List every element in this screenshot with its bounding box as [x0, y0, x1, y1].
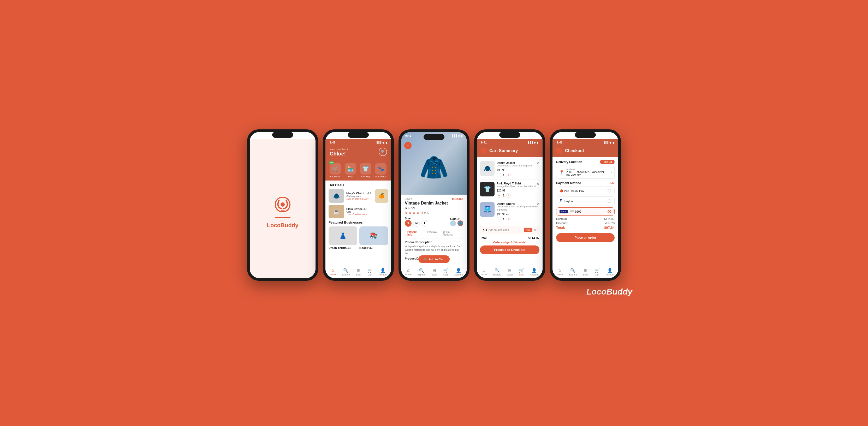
nav-scan-2[interactable]: ⊞ Scan: [356, 268, 362, 276]
qty-minus-3[interactable]: −: [497, 217, 501, 222]
category-retail[interactable]: 🏪 Retail: [344, 163, 357, 178]
status-time-5: 9:41: [557, 141, 562, 144]
remove-item-2[interactable]: ✕: [536, 182, 539, 186]
nav-home-4[interactable]: ⌂ Home: [481, 268, 487, 276]
nav-home-label-4: Home: [481, 273, 487, 276]
search-button[interactable]: 🔍: [379, 148, 387, 156]
nav-account-3[interactable]: 👤 Account: [454, 268, 463, 276]
payment-label-text: Payment Method: [556, 181, 581, 185]
coupon-input[interactable]: [489, 229, 522, 231]
nav-scan-3[interactable]: ⊞ Scan: [432, 268, 437, 276]
featured-card-1[interactable]: 👗 Urban Thrifts 4.6: [329, 226, 357, 250]
nav-account-5[interactable]: 👤 Account: [606, 268, 614, 276]
nav-cart-4[interactable]: 🛒 Cart: [519, 268, 524, 276]
dynamic-island-1: [272, 132, 293, 138]
applepay-radio[interactable]: [608, 189, 611, 193]
remove-item-3[interactable]: ✕: [536, 202, 539, 206]
add-to-cart-button[interactable]: 🛒 Add to Cart: [418, 255, 450, 263]
pickup-badge[interactable]: Pick up: [600, 160, 615, 164]
featured-img-2: 📚: [359, 226, 388, 245]
category-clothing[interactable]: 👕 Clothing: [359, 163, 372, 178]
size-option-row: Size S M L Colour: [405, 217, 463, 227]
back-button-3[interactable]: ←: [404, 142, 411, 149]
nav-explore-3[interactable]: 🔍 Explore: [417, 268, 426, 276]
status-icons-2: ▐▐▐ ◈ ▮: [376, 141, 387, 144]
nav-home-2[interactable]: ⌂ Home: [330, 268, 336, 276]
cart-item-name-3: Denim Shorts: [497, 202, 539, 205]
qty-minus-2[interactable]: −: [497, 193, 501, 198]
page-wrapper: LocoBuddy 9:41 ▐▐▐ ◈ ▮ Welcome bac: [225, 129, 643, 297]
deal-card-2[interactable]: ☕ Flow Coffee 4.3 Cafe 20% off select it…: [329, 205, 388, 218]
remove-coupon[interactable]: ✕: [534, 228, 536, 232]
qty-plus-2[interactable]: +: [506, 193, 511, 198]
size-l[interactable]: L: [422, 220, 428, 227]
cart-item-3: 🩳 Denim Shorts Denim shorts with colorfu…: [480, 200, 539, 224]
explore-icon-3: 🔍: [419, 268, 424, 273]
nav-cart-3[interactable]: 🛒 Cart: [443, 268, 448, 276]
qty-plus-3[interactable]: +: [506, 217, 511, 222]
size-s[interactable]: S: [405, 220, 411, 227]
category-groceries[interactable]: New 🛒 Groceries: [329, 163, 342, 178]
visa-radio[interactable]: [608, 210, 611, 214]
star-2: ★: [409, 211, 411, 215]
payment-visa[interactable]: VISA **** 9202: [556, 207, 615, 216]
account-icon-2: 👤: [380, 268, 385, 273]
nav-explore-2[interactable]: 🔍 Explore: [342, 268, 350, 276]
nav-home-3[interactable]: ⌂ Home: [405, 268, 411, 276]
nav-cart-2[interactable]: 🛒 Cart: [368, 268, 373, 276]
subtotal-value: $114.87: [604, 217, 615, 221]
cart-item-1: 🧥 Denim Jacket Vintage Levi's unisex den…: [480, 159, 539, 180]
cart-icon-3: 🛒: [443, 268, 448, 273]
featured-card-2[interactable]: 📚 Book Ha...: [359, 226, 388, 250]
size-section: Size S M L: [405, 217, 428, 227]
paypal-radio[interactable]: [608, 199, 611, 203]
nav-scan-label-3: Scan: [432, 273, 437, 276]
checkout-button[interactable]: Proceed to Checkout: [480, 245, 539, 254]
discount-value: -$17.23: [605, 222, 615, 225]
color-dark-blue[interactable]: [458, 221, 463, 226]
color-light-blue[interactable]: [450, 221, 456, 226]
tab-similar[interactable]: Similar Products: [440, 229, 463, 238]
nav-home-5[interactable]: ⌂ Home: [557, 268, 563, 276]
tab-product-info[interactable]: Product Info: [405, 229, 425, 238]
desc-text: Vintage denim jackets, a staple for any …: [405, 245, 463, 255]
back-button-5[interactable]: ←: [556, 148, 562, 154]
status-bar-5: 9:41 ▐▐▐ ◈ ▮: [553, 139, 618, 145]
visa-name: **** 9202: [570, 210, 606, 213]
featured-grid: 👗 Urban Thrifts 4.6 📚 Book Ha...: [329, 226, 388, 250]
nav-explore-label-3: Explore: [417, 273, 426, 276]
home-content: Hot Deals 🧥 Mary's Clothi... 4.7 Clothin…: [326, 181, 391, 252]
home-screen: 9:41 ▐▐▐ ◈ ▮ Welcome back, Chloe! 🔍: [326, 132, 391, 278]
qty-minus-1[interactable]: −: [497, 173, 501, 177]
payment-applepay[interactable]: 🍎 Pay Apple Pay: [556, 187, 615, 195]
place-order-button[interactable]: Place an order: [556, 233, 615, 242]
tab-reviews[interactable]: Reviews: [425, 229, 440, 238]
nav-scan-4[interactable]: ⊞ Scan: [507, 268, 513, 276]
visa-logo: VISA: [560, 210, 568, 214]
edit-payment-link[interactable]: Edit: [610, 182, 615, 185]
category-petshops[interactable]: 🐾 Pet Shops: [374, 163, 388, 178]
back-button-4[interactable]: ←: [480, 148, 487, 154]
discount-badge: -15%: [524, 228, 532, 232]
star-4: ★: [416, 211, 420, 215]
size-m[interactable]: M: [413, 220, 420, 227]
nav-scan-5[interactable]: ⊞ Scan: [583, 268, 589, 276]
qty-plus-1[interactable]: +: [506, 173, 511, 177]
featured-name-2: Book Ha...: [359, 246, 388, 250]
status-icons-4: ▐▐▐ ◈ ▮: [527, 141, 538, 144]
deal-card-1[interactable]: 🧥 Mary's Clothi... 4.7 Clothing store 15…: [329, 189, 388, 203]
battery-icon-5: ▮: [613, 141, 614, 144]
deal-type-1: Clothing store: [346, 195, 373, 197]
nav-account-4[interactable]: 👤 Account: [530, 268, 539, 276]
nav-cart-5[interactable]: 🛒 Cart: [594, 268, 600, 276]
bottom-nav-4: ⌂ Home 🔍 Explore ⊞ Scan 🛒 Cart: [477, 266, 542, 278]
remove-item-1[interactable]: ✕: [536, 161, 539, 165]
address-card[interactable]: 📍 Address 2800 E 1st Ave #220, Vancouver…: [556, 166, 615, 179]
bottom-brand-text: LocoBuddy: [586, 287, 632, 297]
nav-account-2[interactable]: 👤 Account: [379, 268, 387, 276]
rating-count: (4.5): [424, 211, 430, 215]
nav-explore-4[interactable]: 🔍 Explore: [493, 268, 501, 276]
payment-paypal[interactable]: P PayPal: [556, 196, 615, 206]
status-bar-3: 9:41 ▐▐▐ ◈ ▮: [401, 132, 467, 138]
nav-explore-5[interactable]: 🔍 Explore: [569, 268, 577, 276]
